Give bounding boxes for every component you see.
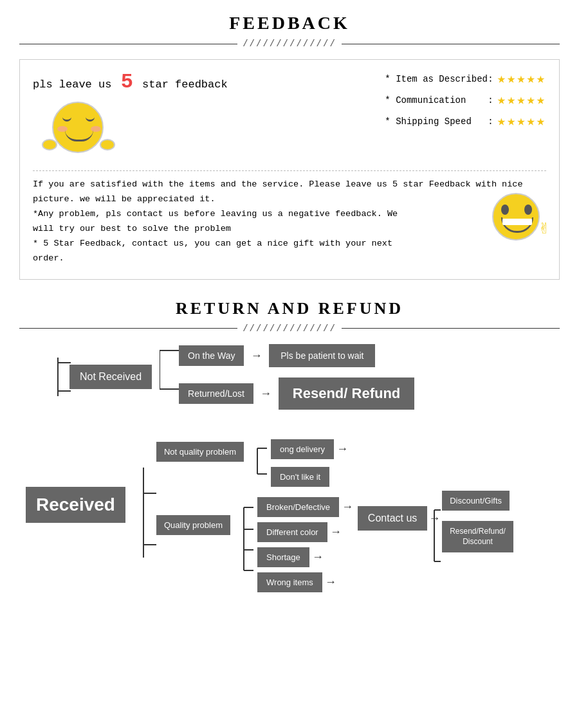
divider-line-left (19, 44, 237, 44)
divider-line-right-2 (342, 328, 560, 329)
wrong-items-row: Wrong items → (257, 572, 351, 592)
broken-row: Broken/Defective → (257, 497, 351, 517)
diff-color-row: Different color → (257, 522, 351, 542)
not-quality-left: Not quality problem (156, 442, 244, 462)
nr-branch-returned: Returned/Lost → Resend/ Refund (179, 378, 414, 410)
received-node: Received (26, 487, 125, 523)
arrow-1: → (253, 349, 260, 362)
contact-us-box: Contact us (358, 506, 427, 531)
emoji-face-right: ✌ (492, 192, 540, 266)
prompt-prefix: pls leave us (33, 78, 118, 91)
rating-colon-1: : (488, 95, 493, 105)
star-text: pls leave us 5 star feedback (33, 70, 228, 94)
rating-label-1: * Communication (385, 95, 488, 105)
discount-gifts-box: Discount/Gifts (442, 491, 510, 511)
divider-line-left-2 (19, 328, 237, 329)
dont-like-row: Don't like it (271, 467, 346, 487)
not-quality-branch: Not quality problem ong delivery → Don't… (156, 435, 351, 487)
resend-refund-discount-box: Resend/Refund/Discount (442, 521, 513, 553)
rating-row-0: * Item as Described : ★★★★★ (385, 70, 546, 87)
divider-line-right (342, 44, 560, 44)
received-box: Received (26, 487, 125, 523)
nr-connector-svg (45, 345, 71, 409)
arrow-shortage: → (315, 551, 322, 563)
feedback-body-1: If you are satisfied with the items and … (33, 177, 546, 192)
rating-row-2: * Shipping Speed : ★★★★★ (385, 113, 546, 130)
quality-left: Quality problem (156, 515, 230, 535)
refund-divider: ////////////// (19, 323, 560, 334)
arrow-wrong: → (327, 576, 335, 588)
broken-box: Broken/Defective (257, 497, 339, 517)
received-branches: Not quality problem ong delivery → Don't… (156, 435, 351, 592)
nr-branches-container: On the Way → Pls be patient to wait Retu… (160, 344, 414, 410)
not-received-node: Not Received (69, 365, 152, 389)
quality-subitems: Broken/Defective → Different color → Sho… (257, 497, 351, 592)
diff-color-box: Different color (257, 522, 327, 542)
resend-refund-box: Resend/ Refund (279, 378, 414, 410)
rating-row-1: * Communication : ★★★★★ (385, 91, 546, 109)
shortage-row: Shortage → (257, 547, 351, 567)
feedback-divider-dashed (33, 170, 546, 171)
feedback-left: pls leave us 5 star feedback (33, 70, 228, 164)
rating-label-0: * Item as Described (385, 74, 488, 84)
nr-branch-on-the-way: On the Way → Pls be patient to wait (179, 344, 414, 367)
nr-branch-svg (160, 338, 179, 402)
feedback-body-4: will try our best to solve the problem (33, 222, 546, 237)
feedback-body: If you are satisfied with the items and … (33, 177, 546, 266)
feedback-section: FEEDBACK ////////////// pls leave us 5 s… (0, 0, 579, 286)
prompt-suffix: star feedback (136, 78, 228, 91)
not-quality-subitems: ong delivery → Don't like it (271, 439, 346, 487)
arrow-long-del: → (339, 442, 346, 455)
not-received-diagram: Not Received On the Way → Pls be patient… (45, 344, 560, 410)
feedback-right: * Item as Described : ★★★★★ * Communicat… (385, 70, 546, 130)
arrow-broken: → (344, 500, 351, 513)
rating-colon-0: : (488, 74, 493, 84)
pls-wait-box: Pls be patient to wait (269, 344, 375, 367)
emoji-face-left (52, 102, 104, 164)
received-diagram: Received Not quality problem (26, 435, 560, 592)
arrow-2: → (262, 387, 270, 400)
rating-stars-1: ★★★★★ (497, 91, 546, 109)
rating-stars-2: ★★★★★ (497, 113, 546, 130)
rating-colon-2: : (488, 116, 493, 127)
feedback-top-row: pls leave us 5 star feedback (33, 70, 546, 164)
refund-title: RETURN AND REFUND (19, 299, 560, 318)
shortage-box: Shortage (257, 547, 309, 567)
outcomes-col: Discount/Gifts Resend/Refund/Discount (442, 491, 513, 553)
feedback-title: FEEDBACK (19, 13, 560, 33)
long-delivery-box: ong delivery (271, 439, 334, 459)
wrong-items-box: Wrong items (257, 572, 322, 592)
feedback-divider: ////////////// (19, 39, 560, 49)
quality-branch: Quality problem Broken/Defective → (156, 497, 351, 592)
received-connector-svg (131, 435, 156, 590)
feedback-box: pls leave us 5 star feedback (19, 59, 560, 280)
arrow-diff: → (333, 525, 340, 538)
slash-divider: ////////////// (237, 39, 342, 49)
returned-lost-box: Returned/Lost (179, 383, 253, 404)
dont-like-box: Don't like it (271, 467, 329, 487)
nr-right-branches: On the Way → Pls be patient to wait Retu… (179, 344, 414, 410)
quality-box: Quality problem (156, 515, 230, 535)
outcomes-svg (428, 504, 441, 568)
refund-section: RETURN AND REFUND ////////////// Not Rec… (0, 286, 579, 605)
slash-divider-2: ////////////// (237, 323, 342, 334)
rating-stars-0: ★★★★★ (497, 70, 546, 87)
feedback-body-3: *Any problem, pls contact us before leav… (33, 207, 546, 222)
on-the-way-box: On the Way (179, 345, 244, 366)
big-five: 5 (121, 70, 133, 94)
not-quality-box: Not quality problem (156, 442, 244, 462)
long-delivery-row: ong delivery → (271, 439, 346, 459)
rating-label-2: * Shipping Speed (385, 116, 488, 127)
quality-sub-svg (234, 497, 253, 581)
not-quality-sub-svg (248, 435, 267, 487)
feedback-body-5: * 5 Star Feedback, contact us, you can g… (33, 237, 419, 266)
feedback-body-2: picture. we will be appreciated it. (33, 192, 546, 207)
not-received-box: Not Received (69, 365, 152, 389)
